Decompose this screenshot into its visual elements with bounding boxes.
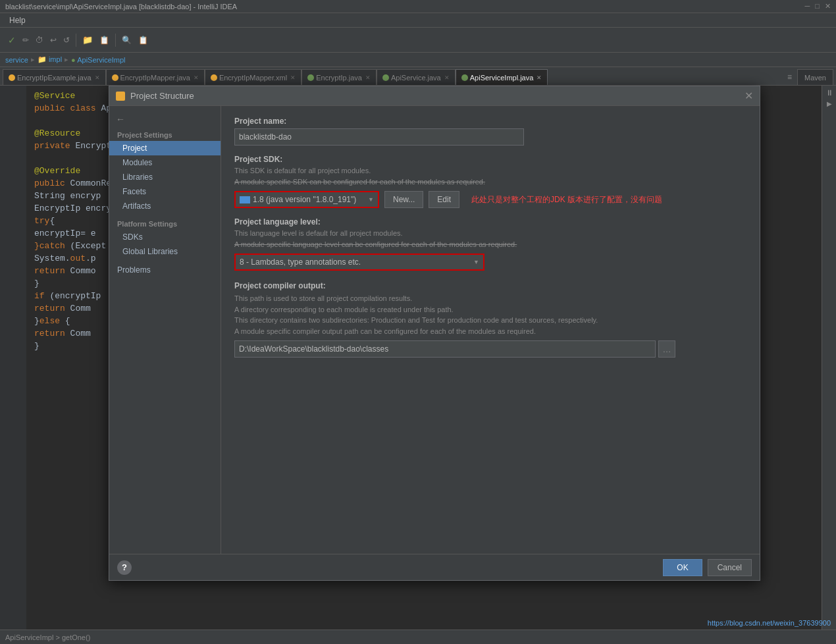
output-desc-1: This path is used to store all project c…	[234, 293, 746, 304]
line-numbers	[0, 86, 26, 630]
close-btn[interactable]: ✕	[825, 2, 831, 11]
output-desc-4: A module specific compiler output path c…	[234, 326, 746, 337]
dialog-back-button[interactable]: ←	[109, 111, 221, 127]
project-name-input[interactable]	[234, 128, 524, 146]
tab-encryptipmapper-java[interactable]: EncryptIpMapper.java ✕	[106, 69, 205, 85]
right-btn-2[interactable]: ▶	[827, 100, 832, 107]
pause-icon[interactable]: ⏸	[825, 88, 833, 97]
breadcrumb: service ▸ 📁 impl ▸ ● ApiServiceImpl	[0, 53, 836, 67]
tab-list-button[interactable]: ≡	[782, 69, 797, 85]
sdk-edit-button[interactable]: Edit	[429, 191, 459, 208]
dialog-body: ← Project Settings Project Modules Libra…	[109, 106, 760, 554]
tab-encryptip-java[interactable]: EncryptIp.java ✕	[301, 69, 377, 85]
toolbar-edit-icon[interactable]: ✏	[20, 34, 32, 47]
breadcrumb-sep1: ▸	[31, 55, 35, 64]
sdk-value-text: 1.8 (java version "1.8.0_191")	[253, 195, 365, 204]
help-menu[interactable]: Help	[5, 16, 30, 25]
toolbar-clock-icon[interactable]: ⏱	[33, 34, 46, 47]
lang-desc-1: This language level is default for all p…	[234, 228, 746, 239]
dialog-help-button[interactable]: ?	[117, 560, 132, 575]
sidebar-item-artifacts[interactable]: Artifacts	[109, 199, 221, 213]
status-location: ApiServiceImpl > getOne()	[5, 633, 90, 641]
output-desc-2: A directory corresponding to each module…	[234, 304, 746, 315]
title-text: blacklist\service\impl\ApiServiceImpl.ja…	[5, 3, 237, 11]
lang-value-text: 8 - Lambdas, type annotations etc.	[240, 257, 473, 267]
ide-titlebar: blacklist\service\impl\ApiServiceImpl.ja…	[0, 0, 836, 13]
minimize-btn[interactable]: ─	[805, 2, 810, 11]
dialog-sidebar: ← Project Settings Project Modules Libra…	[109, 106, 221, 554]
watermark: https://blog.csdn.net/weixin_37639900	[708, 619, 831, 627]
breadcrumb-sep2: ▸	[65, 55, 68, 64]
right-tool-strip: ⏸ ▶	[822, 86, 836, 630]
sdk-new-button[interactable]: New...	[384, 191, 423, 208]
dialog-footer: ? OK Cancel	[109, 554, 760, 580]
output-path-input[interactable]	[234, 340, 656, 358]
dialog-title-icon	[116, 92, 125, 101]
sdk-icon	[240, 196, 250, 203]
sdk-desc-1: This SDK is default for all project modu…	[234, 165, 746, 176]
toolbar-check-icon[interactable]: ✓	[5, 33, 18, 47]
toolbar-redo-icon[interactable]: ↺	[61, 34, 72, 47]
dialog-close-button[interactable]: ✕	[745, 91, 753, 101]
sidebar-item-project[interactable]: Project	[109, 141, 221, 155]
cancel-button[interactable]: Cancel	[708, 559, 752, 576]
sdk-dropdown[interactable]: 1.8 (java version "1.8.0_191") ▼	[234, 191, 379, 208]
project-settings-heading: Project Settings	[109, 127, 221, 141]
tab-apiserviceimpl-java[interactable]: ApiServiceImpl.java ✕	[456, 69, 548, 85]
sdk-dropdown-arrow-icon: ▼	[368, 196, 374, 203]
sidebar-item-facets[interactable]: Facets	[109, 184, 221, 199]
project-language-label: Project language level:	[234, 217, 746, 227]
project-sdk-label: Project SDK:	[234, 155, 746, 164]
menubar: Help	[0, 13, 836, 28]
breadcrumb-apiserviceimpl[interactable]: ● ApiServiceImpl	[71, 56, 125, 64]
sidebar-item-modules[interactable]: Modules	[109, 155, 221, 170]
sidebar-item-libraries[interactable]: Libraries	[109, 170, 221, 184]
toolbar-folder-icon[interactable]: 📁	[80, 33, 95, 47]
output-desc-3: This directory contains two subdirectori…	[234, 315, 746, 326]
dialog-content-area: Project name: Project SDK: This SDK is d…	[221, 106, 760, 554]
dialog-title-text: Project Structure	[130, 91, 194, 101]
toolbar-build-icon[interactable]: 📋	[136, 34, 151, 47]
sdk-desc-2: A module specific SDK can be configured …	[234, 176, 746, 188]
file-tabs-bar: EncryptIpExample.java ✕ EncryptIpMapper.…	[0, 67, 836, 86]
breadcrumb-service[interactable]: service	[5, 56, 28, 64]
ok-button[interactable]: OK	[663, 559, 702, 576]
lang-dropdown-arrow-icon: ▼	[473, 259, 479, 265]
project-structure-dialog: Project Structure ✕ ← Project Settings P…	[109, 86, 760, 581]
ide-toolbar: ✓ ✏ ⏱ ↩ ↺ 📁 📋 🔍 📋	[0, 28, 836, 53]
tab-encryptipmapper-xml[interactable]: EncryptIpMapper.xml ✕	[205, 69, 301, 85]
breadcrumb-impl[interactable]: 📁 impl	[38, 55, 62, 64]
toolbar-undo-icon[interactable]: ↩	[47, 34, 59, 47]
tab-apiservice-java[interactable]: ApiService.java ✕	[377, 69, 456, 85]
lang-desc-2: A module specific language level can be …	[234, 239, 746, 250]
path-browse-button[interactable]: …	[658, 340, 675, 358]
sidebar-item-sdks[interactable]: SDKs	[109, 230, 221, 244]
compiler-output-label: Project compiler output:	[234, 281, 746, 290]
maven-tab[interactable]: Maven	[797, 69, 833, 85]
platform-settings-heading: Platform Settings	[109, 213, 221, 230]
sdk-comment-text: 此处只是对整个工程的JDK 版本进行了配置，没有问题	[471, 194, 662, 205]
sidebar-item-global-libraries[interactable]: Global Libraries	[109, 244, 221, 259]
dialog-titlebar: Project Structure ✕	[109, 86, 760, 106]
toolbar-copy-icon[interactable]: 📋	[97, 34, 112, 47]
back-arrow-icon: ←	[116, 114, 125, 124]
maximize-btn[interactable]: □	[815, 2, 820, 11]
lang-dropdown[interactable]: 8 - Lambdas, type annotations etc. ▼	[234, 254, 484, 271]
ide-statusbar: ApiServiceImpl > getOne()	[0, 630, 836, 644]
toolbar-search-icon[interactable]: 🔍	[119, 34, 134, 47]
sidebar-item-problems[interactable]: Problems	[109, 259, 221, 277]
tab-encryptipexample[interactable]: EncryptIpExample.java ✕	[3, 69, 106, 85]
project-name-label: Project name:	[234, 117, 746, 126]
